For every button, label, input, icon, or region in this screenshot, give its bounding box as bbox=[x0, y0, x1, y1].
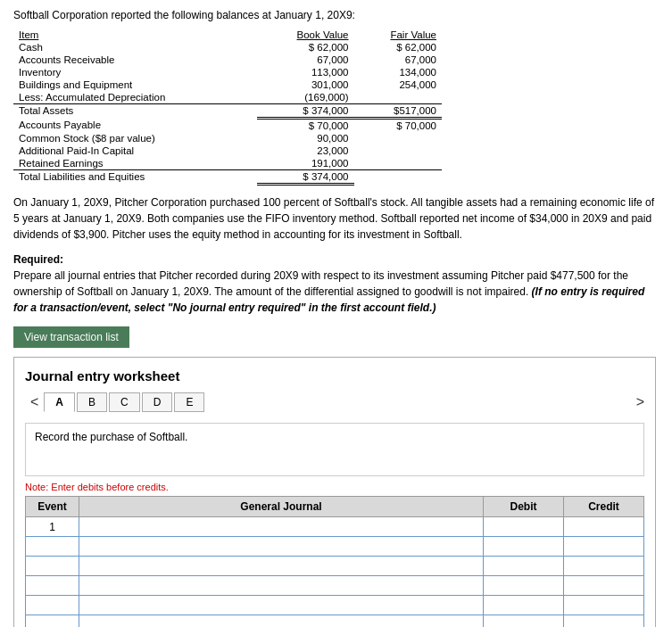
debit-input[interactable] bbox=[487, 560, 560, 573]
credit-input[interactable] bbox=[568, 521, 640, 533]
table-row: Common Stock ($8 par value) 90,000 bbox=[13, 132, 442, 144]
tab-d[interactable]: D bbox=[142, 392, 173, 412]
book-value: 301,000 bbox=[257, 78, 353, 91]
worksheet-title: Journal entry worksheet bbox=[25, 368, 644, 384]
narrative-p1: On January 1, 20X9, Pitcher Corporation … bbox=[13, 194, 659, 243]
journal-row-3 bbox=[26, 557, 644, 576]
table-row: Less: Accumulated Depreciation (169,000) bbox=[13, 91, 442, 104]
book-value: $ 374,000 bbox=[257, 170, 353, 185]
col-credit-header: Credit bbox=[564, 497, 644, 517]
book-value: $ 62,000 bbox=[257, 41, 353, 54]
debit-input[interactable] bbox=[487, 619, 560, 628]
note-text: Note: Enter debits before credits. bbox=[25, 482, 644, 492]
tab-c[interactable]: C bbox=[109, 392, 140, 412]
item-label: Total Assets bbox=[13, 104, 257, 119]
debit-cell[interactable] bbox=[484, 576, 564, 596]
fair-value bbox=[354, 157, 442, 170]
item-label: Accounts Receivable bbox=[13, 54, 257, 66]
credit-cell[interactable] bbox=[564, 596, 644, 615]
required-bold-italic: (If no entry is required for a transacti… bbox=[13, 285, 644, 314]
journal-cell[interactable] bbox=[79, 537, 484, 557]
debit-cell[interactable] bbox=[484, 615, 564, 628]
journal-row-1: 1 bbox=[26, 517, 644, 537]
item-label: Inventory bbox=[13, 66, 257, 78]
credit-input[interactable] bbox=[568, 560, 640, 573]
table-row: Buildings and Equipment 301,000 254,000 bbox=[13, 78, 442, 91]
tab-nav-left[interactable]: < bbox=[25, 392, 44, 412]
tab-nav-right[interactable]: > bbox=[636, 394, 644, 410]
journal-cell[interactable] bbox=[79, 517, 484, 537]
debit-cell[interactable] bbox=[484, 596, 564, 615]
required-label: Required: bbox=[13, 253, 63, 266]
credit-cell[interactable] bbox=[564, 615, 644, 628]
journal-input[interactable] bbox=[83, 619, 479, 628]
credit-input[interactable] bbox=[568, 599, 640, 612]
credit-cell[interactable] bbox=[564, 537, 644, 557]
debit-input[interactable] bbox=[487, 580, 560, 592]
book-value: 90,000 bbox=[257, 132, 353, 144]
journal-cell[interactable] bbox=[79, 615, 484, 628]
table-row: Additional Paid-In Capital 23,000 bbox=[13, 144, 442, 157]
journal-input[interactable] bbox=[83, 521, 479, 533]
book-value: (169,000) bbox=[257, 91, 353, 104]
view-transaction-button[interactable]: View transaction list bbox=[13, 326, 129, 348]
journal-cell[interactable] bbox=[79, 596, 484, 615]
debit-input[interactable] bbox=[487, 599, 560, 612]
book-value: $ 374,000 bbox=[257, 104, 353, 119]
event-cell bbox=[26, 596, 79, 615]
table-row: Cash $ 62,000 $ 62,000 bbox=[13, 41, 442, 54]
fair-value: $ 70,000 bbox=[354, 119, 442, 133]
fair-value: 134,000 bbox=[354, 66, 442, 78]
book-value: 23,000 bbox=[257, 144, 353, 157]
table-row: Accounts Payable $ 70,000 $ 70,000 bbox=[13, 119, 442, 133]
fair-value: 67,000 bbox=[354, 54, 442, 66]
journal-input[interactable] bbox=[83, 580, 479, 592]
col-event-header: Event bbox=[26, 497, 79, 517]
event-cell bbox=[26, 615, 79, 628]
journal-input[interactable] bbox=[83, 560, 479, 573]
debit-cell[interactable] bbox=[484, 517, 564, 537]
balance-table: Item Book Value Fair Value Cash $ 62,000… bbox=[13, 29, 442, 186]
credit-cell[interactable] bbox=[564, 576, 644, 596]
table-row: Accounts Receivable 67,000 67,000 bbox=[13, 54, 442, 66]
credit-input[interactable] bbox=[568, 540, 640, 553]
fair-value: $517,000 bbox=[354, 104, 442, 119]
journal-cell[interactable] bbox=[79, 557, 484, 576]
credit-input[interactable] bbox=[568, 619, 640, 628]
required-section: Required: Prepare all journal entries th… bbox=[13, 252, 659, 316]
journal-input[interactable] bbox=[83, 599, 479, 612]
table-row: Retained Earnings 191,000 bbox=[13, 157, 442, 170]
event-cell bbox=[26, 557, 79, 576]
book-value: 113,000 bbox=[257, 66, 353, 78]
table-row: Inventory 113,000 134,000 bbox=[13, 66, 442, 78]
journal-row-2 bbox=[26, 537, 644, 557]
debit-cell[interactable] bbox=[484, 557, 564, 576]
credit-cell[interactable] bbox=[564, 517, 644, 537]
tab-b[interactable]: B bbox=[77, 392, 107, 412]
tab-e[interactable]: E bbox=[174, 392, 204, 412]
debit-input[interactable] bbox=[487, 540, 560, 553]
debit-input[interactable] bbox=[487, 521, 560, 533]
journal-row-4 bbox=[26, 576, 644, 596]
event-cell bbox=[26, 576, 79, 596]
fair-value bbox=[354, 144, 442, 157]
event-cell bbox=[26, 537, 79, 557]
book-value: $ 70,000 bbox=[257, 119, 353, 133]
col-fair-header: Fair Value bbox=[354, 29, 442, 41]
book-value: 67,000 bbox=[257, 54, 353, 66]
debit-cell[interactable] bbox=[484, 537, 564, 557]
credit-input[interactable] bbox=[568, 580, 640, 592]
fair-value bbox=[354, 170, 442, 185]
fair-value bbox=[354, 132, 442, 144]
event-cell: 1 bbox=[26, 517, 79, 537]
item-label: Buildings and Equipment bbox=[13, 78, 257, 91]
fair-value: 254,000 bbox=[354, 78, 442, 91]
credit-cell[interactable] bbox=[564, 557, 644, 576]
book-value: 191,000 bbox=[257, 157, 353, 170]
tab-a[interactable]: A bbox=[44, 392, 75, 412]
journal-input[interactable] bbox=[83, 540, 479, 553]
worksheet-container: Journal entry worksheet < A B C D E > Re… bbox=[13, 357, 656, 627]
journal-cell[interactable] bbox=[79, 576, 484, 596]
item-label: Accounts Payable bbox=[13, 119, 257, 133]
col-debit-header: Debit bbox=[484, 497, 564, 517]
